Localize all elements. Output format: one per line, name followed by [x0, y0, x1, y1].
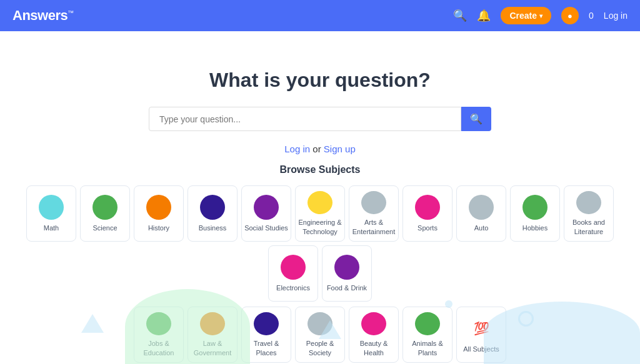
navbar: Answers™ 🔍 🔔 Create ▾ ● 0 Log in — [0, 0, 640, 31]
navbar-right: 🔍 🔔 Create ▾ ● 0 Log in — [453, 7, 628, 24]
subject-label: Math — [44, 224, 59, 232]
subject-icon — [254, 195, 279, 220]
search-bar: 🔍 — [12, 107, 628, 131]
subject-icon — [334, 255, 359, 280]
auth-or-text: or — [310, 144, 324, 154]
subject-card-food-drink[interactable]: Food & Drink — [322, 245, 372, 302]
subject-label: Science — [92, 224, 117, 232]
browse-subjects-title: Browse Subjects — [12, 164, 628, 175]
logo-text: Answers — [12, 7, 68, 23]
subject-card-hobbies[interactable]: Hobbies — [510, 185, 560, 242]
subject-icon — [415, 312, 440, 335]
subject-label: Sports — [418, 224, 438, 232]
bg-dot — [445, 300, 452, 308]
subject-label: Arts & Entertainment — [352, 218, 396, 236]
bg-triangle-left — [81, 314, 104, 333]
page-title: What is your question? — [12, 69, 628, 92]
subject-card-arts-entertainment[interactable]: Arts & Entertainment — [349, 185, 399, 242]
bg-circle-right — [518, 311, 534, 327]
subject-card-engineering-technology[interactable]: Engineering & Technology — [295, 185, 345, 242]
subject-card-math[interactable]: Math — [26, 185, 76, 242]
subject-label: People & Society — [298, 339, 342, 357]
search-button[interactable]: 🔍 — [461, 107, 491, 131]
subject-label: Books and Literature — [567, 218, 611, 236]
subject-card-history[interactable]: History — [134, 185, 184, 242]
navbar-left: Answers™ — [12, 7, 74, 24]
subject-icon — [415, 195, 440, 220]
subject-label: Social Studies — [244, 224, 288, 232]
subject-icon — [146, 195, 171, 220]
logo-sup: ™ — [68, 9, 74, 16]
bg-blob-green — [125, 289, 250, 364]
search-icon[interactable]: 🔍 — [453, 9, 467, 22]
subject-label: Animals & Plants — [406, 339, 449, 357]
subject-label: Beauty & Health — [352, 339, 396, 357]
subject-card-auto[interactable]: Auto — [456, 185, 506, 242]
subject-card-electronics[interactable]: Electronics — [268, 245, 318, 302]
auth-links: Log in or Sign up — [12, 144, 628, 154]
coin-count: 0 — [589, 11, 594, 21]
signup-link[interactable]: Sign up — [324, 144, 356, 154]
bg-blob-blue — [484, 302, 640, 364]
subject-icon — [254, 312, 279, 335]
subject-card-science[interactable]: Science — [80, 185, 130, 242]
subject-icon — [576, 191, 601, 214]
subject-card-animals-plants[interactable]: Animals & Plants — [402, 307, 452, 363]
subject-card-social-studies[interactable]: Social Studies — [241, 185, 291, 242]
logo: Answers™ — [12, 7, 74, 23]
subject-icon — [361, 312, 386, 335]
search-input[interactable] — [149, 107, 461, 131]
chevron-down-icon: ▾ — [539, 12, 542, 19]
coin-badge: ● — [561, 7, 579, 24]
subject-label: Engineering & Technology — [298, 218, 342, 236]
subject-card-books-and-literature[interactable]: Books and Literature — [564, 185, 614, 242]
subject-label: Electronics — [276, 283, 310, 292]
create-button[interactable]: Create ▾ — [501, 7, 551, 24]
subject-icon — [308, 191, 332, 214]
subject-icon — [281, 255, 306, 280]
subject-label: Food & Drink — [327, 283, 367, 292]
subject-label: History — [148, 224, 169, 232]
subject-card-beauty-health[interactable]: Beauty & Health — [349, 307, 399, 363]
subjects-row-1: MathScienceHistoryBusinessSocial Studies… — [12, 185, 628, 302]
login-link-main[interactable]: Log in — [284, 144, 310, 154]
subject-icon — [361, 191, 386, 214]
bell-icon[interactable]: 🔔 — [477, 9, 491, 22]
create-label: Create — [509, 11, 537, 21]
subject-label: Business — [199, 224, 227, 232]
subject-icon — [522, 195, 548, 220]
subject-card-sports[interactable]: Sports — [402, 185, 452, 242]
subject-icon — [469, 195, 494, 220]
subject-icon — [39, 195, 64, 220]
subject-icon — [200, 195, 225, 220]
subject-label: Travel & Places — [244, 339, 288, 357]
subject-icon — [92, 195, 118, 220]
subject-label: Auto — [474, 224, 489, 232]
subject-label: Hobbies — [522, 224, 548, 232]
bg-triangle-center — [319, 320, 341, 339]
subject-card-business[interactable]: Business — [188, 185, 238, 242]
login-link[interactable]: Log in — [604, 11, 628, 21]
